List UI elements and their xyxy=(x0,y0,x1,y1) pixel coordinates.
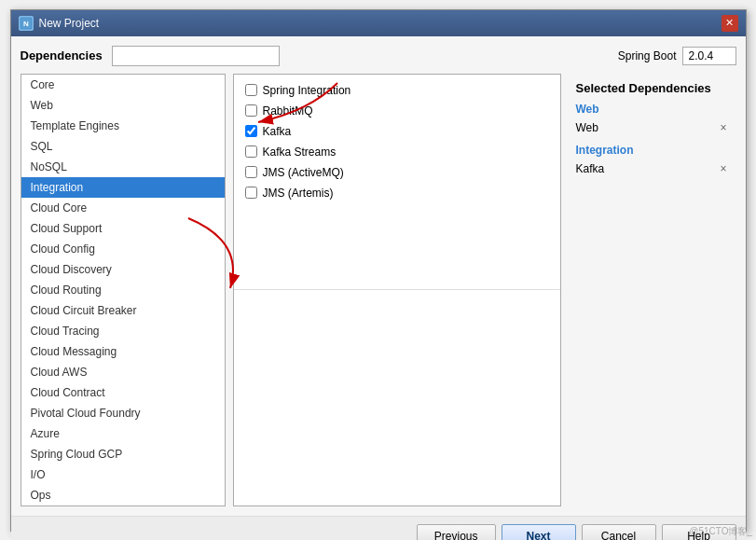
sidebar-item-cloud-routing[interactable]: Cloud Routing xyxy=(21,280,225,300)
dep-label-rabbitmq: RabbitMQ xyxy=(263,104,313,118)
dep-checkbox-rabbitmq[interactable] xyxy=(245,104,257,117)
dep-checkbox-kafka-streams[interactable] xyxy=(245,145,257,158)
sidebar-item-nosql[interactable]: NoSQL xyxy=(21,157,225,177)
selected-item-label: Web xyxy=(576,121,598,134)
sidebar-item-io[interactable]: I/O xyxy=(21,464,225,485)
sidebar-item-ops[interactable]: Ops xyxy=(21,485,225,505)
svg-text:N: N xyxy=(23,20,29,28)
title-bar: N New Project ✕ xyxy=(11,10,746,36)
middle-panel: Spring IntegrationRabbitMQKafkaKafka Str… xyxy=(233,74,561,506)
selected-item-row: Kafka× xyxy=(576,160,729,177)
dep-item-kafka: Kafka xyxy=(240,121,555,142)
dep-label-kafka-streams: Kafka Streams xyxy=(263,145,337,159)
middle-top: Spring IntegrationRabbitMQKafkaKafka Str… xyxy=(234,75,560,290)
search-input[interactable] xyxy=(112,46,280,66)
selected-item-remove-button[interactable]: × xyxy=(718,163,728,174)
right-panel: Selected Dependencies WebWeb×Integration… xyxy=(569,74,736,506)
sidebar-item-cloud-contract[interactable]: Cloud Contract xyxy=(21,382,225,403)
selected-section-title-web: Web xyxy=(576,103,729,116)
cancel-button[interactable]: Cancel xyxy=(582,524,656,541)
sidebar-item-cloud-support[interactable]: Cloud Support xyxy=(21,218,225,239)
window-title: New Project xyxy=(39,17,100,30)
sidebar-item-integration[interactable]: Integration xyxy=(21,177,225,198)
sidebar-item-cloud-tracing[interactable]: Cloud Tracing xyxy=(21,321,225,341)
dep-label-jms-activemq: JMS (ActiveMQ) xyxy=(263,166,344,179)
dep-item-spring-integration: Spring Integration xyxy=(240,80,555,101)
dep-label-kafka: Kafka xyxy=(263,125,292,138)
main-area: CoreWebTemplate EnginesSQLNoSQLIntegrati… xyxy=(21,74,736,506)
sidebar-item-pivotal-cloud-foundry[interactable]: Pivotal Cloud Foundry xyxy=(21,403,225,423)
dep-checkbox-jms-activemq[interactable] xyxy=(245,166,257,178)
sidebar-item-cloud-messaging[interactable]: Cloud Messaging xyxy=(21,341,225,362)
selected-item-label: Kafka xyxy=(576,162,605,175)
title-bar-left: N New Project xyxy=(19,16,100,31)
sidebar-item-cloud-core[interactable]: Cloud Core xyxy=(21,198,225,218)
selected-item-remove-button[interactable]: × xyxy=(718,122,728,133)
previous-button[interactable]: Previous xyxy=(417,524,496,541)
sidebar-item-spring-cloud-gcp[interactable]: Spring Cloud GCP xyxy=(21,444,225,464)
dep-checkbox-jms-artemis[interactable] xyxy=(245,187,257,199)
top-bar: Dependencies Spring Boot 2.0.4 2.0.3 1.5… xyxy=(21,46,736,66)
selected-item-row: Web× xyxy=(576,119,729,136)
sidebar-item-cloud-aws[interactable]: Cloud AWS xyxy=(21,362,225,382)
dep-item-rabbitmq: RabbitMQ xyxy=(240,101,555,121)
close-button[interactable]: ✕ xyxy=(722,15,738,32)
dep-checkbox-kafka[interactable] xyxy=(245,125,257,137)
spring-boot-selector: Spring Boot 2.0.4 2.0.3 1.5.15 xyxy=(618,47,736,65)
dep-label-spring-integration: Spring Integration xyxy=(263,84,351,97)
new-project-window: N New Project ✕ Dependencies Spring Boot… xyxy=(10,9,747,532)
next-button[interactable]: Next xyxy=(502,524,576,541)
sidebar-item-azure[interactable]: Azure xyxy=(21,423,225,444)
selected-section-title-integration: Integration xyxy=(576,144,729,157)
dep-item-jms-activemq: JMS (ActiveMQ) xyxy=(240,162,555,183)
watermark: @51CTO博客_ xyxy=(689,525,752,538)
window-icon: N xyxy=(19,16,34,31)
bottom-bar: Previous Next Cancel Help xyxy=(11,516,746,541)
dep-item-jms-artemis: JMS (Artemis) xyxy=(240,183,555,203)
sidebar-item-cloud-config[interactable]: Cloud Config xyxy=(21,239,225,259)
sidebar-item-cloud-discovery[interactable]: Cloud Discovery xyxy=(21,259,225,280)
sidebar-item-template-engines[interactable]: Template Engines xyxy=(21,116,225,136)
sidebar-item-sql[interactable]: SQL xyxy=(21,136,225,157)
selected-dependencies-title: Selected Dependencies xyxy=(576,81,729,95)
sidebar-item-web[interactable]: Web xyxy=(21,95,225,116)
sidebar-item-cloud-circuit-breaker[interactable]: Cloud Circuit Breaker xyxy=(21,300,225,321)
dep-label-jms-artemis: JMS (Artemis) xyxy=(263,187,334,200)
dep-item-kafka-streams: Kafka Streams xyxy=(240,142,555,162)
middle-bottom xyxy=(234,289,560,505)
spring-boot-dropdown[interactable]: 2.0.4 2.0.3 1.5.15 xyxy=(682,47,736,65)
spring-boot-dropdown-wrapper: 2.0.4 2.0.3 1.5.15 xyxy=(682,47,736,65)
dependencies-label: Dependencies xyxy=(21,48,103,62)
content-area: Dependencies Spring Boot 2.0.4 2.0.3 1.5… xyxy=(11,36,746,516)
dep-checkbox-spring-integration[interactable] xyxy=(245,84,257,96)
spring-boot-label: Spring Boot xyxy=(618,49,677,62)
sidebar-item-core[interactable]: Core xyxy=(21,75,225,95)
left-panel: CoreWebTemplate EnginesSQLNoSQLIntegrati… xyxy=(21,74,226,506)
